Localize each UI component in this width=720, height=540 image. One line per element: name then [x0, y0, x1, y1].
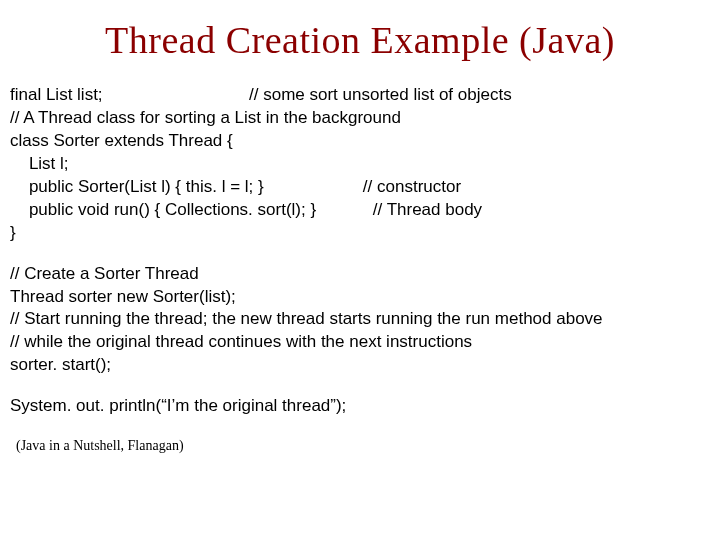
code-block-2: // Create a Sorter Thread Thread sorter … [10, 263, 710, 378]
code-block-1: final List list; // some sort unsorted l… [10, 84, 710, 245]
code-block-3: System. out. println(“I’m the original t… [10, 395, 710, 418]
slide-title: Thread Creation Example (Java) [10, 18, 710, 62]
citation: (Java in a Nutshell, Flanagan) [10, 438, 710, 454]
slide-container: Thread Creation Example (Java) final Lis… [0, 0, 720, 540]
